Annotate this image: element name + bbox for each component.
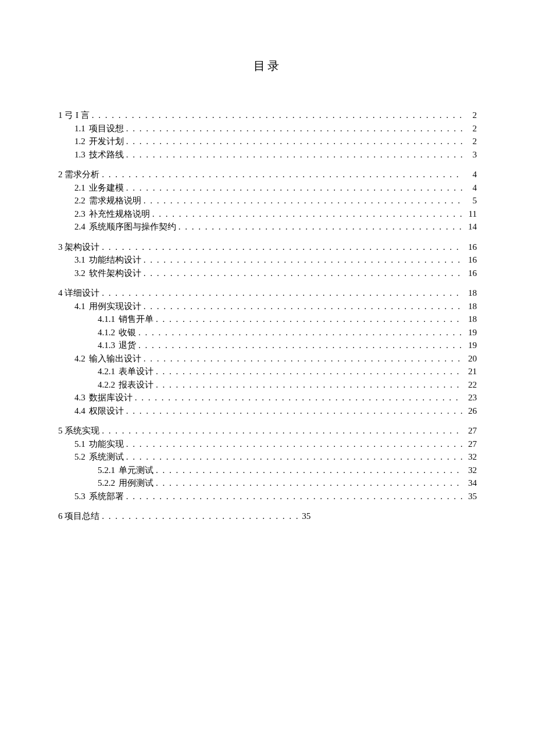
entry-title: 单元测试 xyxy=(119,464,156,477)
toc-entry: 6 项目总结35 xyxy=(58,510,477,523)
entry-leader-dots xyxy=(156,476,463,490)
entry-leader-dots xyxy=(102,424,463,438)
toc-entry: 4.1.1销售开单18 xyxy=(58,313,477,326)
entry-number: 4.1.2 xyxy=(98,326,119,339)
toc-entry: 2.2需求规格说明5 xyxy=(58,194,477,207)
entry-page-number: 11 xyxy=(463,207,477,221)
entry-title: 退货 xyxy=(119,339,138,352)
toc-group: 6 项目总结35 xyxy=(58,510,477,523)
entry-leader-dots xyxy=(156,378,463,392)
entry-title: 权限设计 xyxy=(89,404,126,418)
entry-title: 报表设计 xyxy=(119,378,156,392)
entry-leader-dots xyxy=(156,464,463,477)
entry-leader-dots xyxy=(126,135,463,148)
entry-title: 销售开单 xyxy=(119,313,156,326)
toc-entry: 4.4权限设计26 xyxy=(58,404,477,418)
entry-number: 5.2.2 xyxy=(98,476,119,490)
entry-number: 4.1.3 xyxy=(98,339,119,352)
entry-number: 5.3 xyxy=(74,490,89,503)
entry-title: 数据库设计 xyxy=(89,391,135,404)
entry-title: 表单设计 xyxy=(119,365,156,378)
entry-number: 5.1 xyxy=(74,438,89,451)
entry-leader-dots xyxy=(152,207,463,221)
entry-title: 技术路线 xyxy=(89,148,126,162)
toc-entry: 1 弓 I 言2 xyxy=(58,109,477,122)
toc-entry: 4.1.3退货19 xyxy=(58,339,477,352)
entry-leader-dots xyxy=(126,490,463,503)
entry-leader-dots xyxy=(102,241,463,254)
toc-entry: 5 系统实现27 xyxy=(58,424,477,438)
toc-group: 5 系统实现275.1功能实现275.2系统测试325.2.1单元测试325.2… xyxy=(58,424,477,503)
toc-entry: 4.3数据库设计23 xyxy=(58,391,477,404)
entry-title: 软件架构设计 xyxy=(89,267,144,280)
entry-leader-dots xyxy=(144,194,463,207)
toc-entry: 5.2.1单元测试32 xyxy=(58,464,477,477)
toc-entry: 5.3系统部署35 xyxy=(58,490,477,503)
entry-title: 系统顺序图与操作契约 xyxy=(89,220,179,234)
toc-entry: 4.2.1表单设计21 xyxy=(58,365,477,378)
entry-page-number: 27 xyxy=(463,424,477,438)
entry-number: 1.2 xyxy=(74,135,89,148)
toc-entry: 4.2.2报表设计22 xyxy=(58,378,477,392)
entry-number: 6 项目总结 xyxy=(58,510,102,523)
entry-leader-dots xyxy=(144,352,463,366)
entry-title: 开发计划 xyxy=(89,135,126,148)
toc-entry: 4.2输入输出设计20 xyxy=(58,352,477,366)
entry-number: 2 需求分析 xyxy=(58,168,102,181)
toc-entry: 2.4系统顺序图与操作契约14 xyxy=(58,220,477,234)
entry-number: 3.1 xyxy=(74,253,89,267)
entry-leader-dots xyxy=(156,365,463,378)
toc-entry: 5.1功能实现27 xyxy=(58,438,477,451)
entry-number: 4.2.1 xyxy=(98,365,119,378)
entry-title: 输入输出设计 xyxy=(89,352,144,366)
toc-entry: 4 详细设计18 xyxy=(58,286,477,300)
entry-page-number: 35 xyxy=(463,490,477,503)
toc-title: 目录 xyxy=(58,58,477,74)
entry-number: 3 架构设计 xyxy=(58,241,102,254)
entry-page-number: 22 xyxy=(463,378,477,392)
entry-title: 用例实现设计 xyxy=(89,300,144,313)
entry-number: 5 系统实现 xyxy=(58,424,102,438)
entry-page-number: 2 xyxy=(463,135,477,148)
toc-entry: 1.1项目设想2 xyxy=(58,122,477,135)
entry-page-number: 18 xyxy=(463,313,477,326)
toc-list: 1 弓 I 言21.1项目设想21.2开发计划21.3技术路线32 需求分析42… xyxy=(58,109,477,523)
toc-entry: 4.1.2收银19 xyxy=(58,326,477,339)
toc-entry: 4.1用例实现设计18 xyxy=(58,300,477,313)
entry-page-number: 32 xyxy=(463,450,477,464)
entry-leader-dots xyxy=(102,286,463,300)
entry-title: 系统部署 xyxy=(89,490,126,503)
entry-page-number: 16 xyxy=(463,267,477,280)
entry-leader-dots xyxy=(138,339,463,352)
entry-page-number: 16 xyxy=(463,241,477,254)
entry-leader-dots xyxy=(156,313,463,326)
entry-leader-dots xyxy=(144,300,463,313)
page: 目录 1 弓 I 言21.1项目设想21.2开发计划21.3技术路线32 需求分… xyxy=(0,0,535,523)
entry-number: 2.4 xyxy=(74,220,89,234)
entry-title: 功能结构设计 xyxy=(89,253,144,267)
entry-number: 5.2.1 xyxy=(98,464,119,477)
toc-group: 2 需求分析42.1业务建模42.2需求规格说明52.3补充性规格说明112.4… xyxy=(58,168,477,234)
entry-leader-dots xyxy=(102,510,299,523)
entry-page-number: 18 xyxy=(463,286,477,300)
entry-title: 补充性规格说明 xyxy=(89,207,152,221)
toc-entry: 3 架构设计16 xyxy=(58,241,477,254)
toc-group: 4 详细设计184.1用例实现设计184.1.1销售开单184.1.2收银194… xyxy=(58,286,477,417)
entry-title: 业务建模 xyxy=(89,181,126,195)
toc-group: 3 架构设计163.1功能结构设计163.2软件架构设计16 xyxy=(58,241,477,280)
entry-number: 2.3 xyxy=(74,207,89,221)
entry-page-number: 3 xyxy=(463,148,477,162)
entry-number: 4 详细设计 xyxy=(58,286,102,300)
entry-page-number: 34 xyxy=(463,476,477,490)
entry-number: 3.2 xyxy=(74,267,89,280)
entry-number: 2.1 xyxy=(74,181,89,195)
entry-number: 1 弓 I 言 xyxy=(58,109,92,122)
toc-entry: 3.2软件架构设计16 xyxy=(58,267,477,280)
entry-number: 4.2.2 xyxy=(98,378,119,392)
entry-page-number: 18 xyxy=(463,300,477,313)
entry-title: 系统测试 xyxy=(89,450,126,464)
entry-leader-dots xyxy=(126,181,463,195)
entry-number: 1.3 xyxy=(74,148,89,162)
entry-leader-dots xyxy=(144,253,463,267)
entry-leader-dots xyxy=(126,450,463,464)
